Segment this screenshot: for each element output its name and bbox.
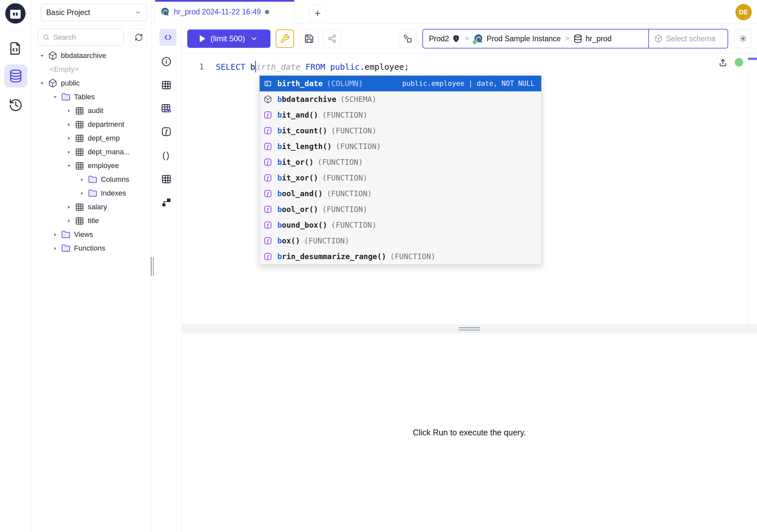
tree-item-department[interactable]: department	[31, 118, 151, 131]
functions-icon-button[interactable]: f	[160, 125, 173, 138]
info-icon-button[interactable]	[160, 55, 173, 68]
database-icon-button[interactable]	[4, 65, 27, 87]
function-icon: f	[263, 141, 273, 151]
refresh-button[interactable]	[130, 29, 147, 46]
schema-diagram-icon	[161, 197, 171, 208]
suggestion-bool_and[interactable]: f bool_and() (FUNCTION)	[260, 186, 541, 202]
suggestion-brin_desummarize_range[interactable]: f brin_desummarize_range() (FUNCTION)	[260, 249, 541, 265]
chevron-right-icon[interactable]	[66, 135, 72, 141]
tree-item-dept_emp[interactable]: dept_emp	[31, 131, 151, 145]
function-icon: f	[263, 220, 273, 230]
breadcrumb-instance[interactable]: Prod Sample Instance	[473, 33, 560, 44]
database-icon	[573, 34, 583, 43]
chevron-right-icon[interactable]	[66, 108, 72, 114]
svg-text:f: f	[267, 206, 269, 212]
function-icon: f	[263, 173, 273, 183]
project-selector[interactable]: Basic Project	[41, 4, 147, 21]
parameters-icon-button[interactable]: ()	[160, 149, 173, 162]
suggestion-birth_date[interactable]: birth_date (COLUMN) public.employee | da…	[260, 76, 541, 91]
function-icon: f	[161, 126, 171, 137]
share-button[interactable]	[323, 29, 341, 48]
suggestion-bit_and[interactable]: f bit_and() (FUNCTION)	[260, 107, 541, 123]
chevron-down-icon[interactable]	[39, 80, 45, 86]
chevron-right-icon[interactable]	[52, 231, 58, 238]
new-tab-button[interactable]: +	[309, 5, 326, 22]
suggestion-bit_or[interactable]: f bit_or() (FUNCTION)	[260, 154, 541, 170]
save-button[interactable]	[300, 29, 318, 48]
suggestion-bbdataarchive[interactable]: bbdataarchive (SCHEMA)	[260, 91, 541, 107]
worksheet-icon-button[interactable]	[8, 40, 24, 56]
svg-text:f: f	[166, 128, 168, 135]
chevron-right-icon[interactable]	[52, 245, 58, 252]
table-icon	[75, 161, 84, 171]
sql-editor-mode-button[interactable]	[160, 29, 176, 46]
history-icon-button[interactable]	[8, 97, 24, 113]
search-input[interactable]	[53, 33, 112, 42]
svg-text:f: f	[267, 143, 269, 149]
chevron-right-icon[interactable]	[78, 176, 85, 183]
batch-query-button[interactable]	[399, 29, 416, 48]
tree-item-audit[interactable]: audit	[31, 104, 151, 118]
table-panel-icon-button[interactable]	[160, 78, 173, 91]
overview-ruler[interactable]	[748, 54, 748, 325]
function-icon: f	[263, 157, 273, 167]
postgresql-icon	[160, 7, 170, 17]
tree-item-bbdataarchive[interactable]: bbdataarchive	[31, 49, 151, 63]
chevron-right-icon[interactable]	[66, 218, 72, 224]
breadcrumb-separator: >	[465, 34, 469, 43]
suggestion-bool_or[interactable]: f bool_or() (FUNCTION)	[260, 202, 541, 217]
schema-selector[interactable]: Select schema	[648, 29, 728, 48]
ai-assistant-button[interactable]: ✳	[734, 29, 752, 48]
table-icon	[75, 106, 84, 116]
upload-icon-button[interactable]	[717, 57, 729, 68]
chevron-right-icon[interactable]	[66, 204, 72, 210]
share-icon	[327, 34, 337, 43]
suggestion-bit_length[interactable]: f bit_length() (FUNCTION)	[260, 139, 541, 154]
run-query-button[interactable]: (limit 500)	[187, 29, 270, 48]
save-icon	[304, 34, 314, 44]
tree-item-columns[interactable]: Columns	[31, 172, 151, 186]
tab-hr_prod[interactable]: hr_prod 2024-11-22 16:49	[155, 0, 295, 24]
panel-resize-handle[interactable]	[151, 257, 154, 276]
schema-tree: bbdataarchive <Empty> public Tables audi…	[31, 49, 151, 255]
chevron-right-icon[interactable]	[66, 149, 72, 155]
tree-item-salary[interactable]: salary	[31, 200, 151, 214]
tree-item-public[interactable]: public	[31, 76, 151, 90]
avatar[interactable]: DE	[735, 4, 752, 20]
sql-code: SELECT birth_date FROM public.employee;	[216, 61, 409, 73]
chevron-down-icon[interactable]	[66, 163, 72, 169]
tree-item-views[interactable]: Views	[31, 228, 151, 241]
schema-icon	[48, 51, 58, 61]
panel-divider	[31, 25, 151, 25]
table-data-icon-button[interactable]	[160, 172, 173, 185]
table-search-icon-button[interactable]	[160, 102, 173, 115]
chevron-down-icon[interactable]	[52, 94, 58, 100]
suggestion-bit_xor[interactable]: f bit_xor() (FUNCTION)	[260, 170, 541, 186]
tab-bar: hr_prod 2024-11-22 16:49 +	[151, 0, 757, 24]
suggestion-bound_box[interactable]: f bound_box() (FUNCTION)	[260, 217, 541, 233]
chevron-right-icon[interactable]	[66, 121, 72, 128]
tree-item-title[interactable]: title	[31, 214, 151, 228]
app-logo[interactable]	[5, 3, 26, 24]
breadcrumb-environment[interactable]: Prod2	[429, 34, 460, 43]
tree-item-dept_manager[interactable]: dept_mana...	[31, 145, 151, 159]
table-icon	[75, 133, 84, 143]
format-sql-button[interactable]	[276, 29, 294, 48]
suggestion-box[interactable]: f box() (FUNCTION)	[260, 233, 541, 249]
folder-icon	[88, 188, 98, 198]
tree-item-employee[interactable]: employee	[31, 159, 151, 172]
schema-diagram-icon-button[interactable]	[160, 196, 173, 209]
tree-item-tables[interactable]: Tables	[31, 90, 151, 104]
chevron-down-icon	[134, 9, 141, 16]
tree-item-indexes[interactable]: Indexes	[31, 186, 151, 200]
suggestion-bit_count[interactable]: f bit_count() (FUNCTION)	[260, 123, 541, 139]
refresh-icon	[135, 33, 143, 42]
chevron-down-icon[interactable]	[250, 35, 258, 43]
tree-item-functions[interactable]: Functions	[31, 241, 151, 255]
connection-breadcrumb[interactable]: Prod2 > Prod Sample Instance >	[422, 29, 728, 48]
results-resize-handle[interactable]	[182, 325, 757, 333]
tree-search[interactable]	[38, 29, 124, 46]
chevron-down-icon[interactable]	[39, 52, 45, 59]
breadcrumb-database[interactable]: hr_prod	[573, 34, 611, 43]
chevron-right-icon[interactable]	[78, 190, 85, 197]
